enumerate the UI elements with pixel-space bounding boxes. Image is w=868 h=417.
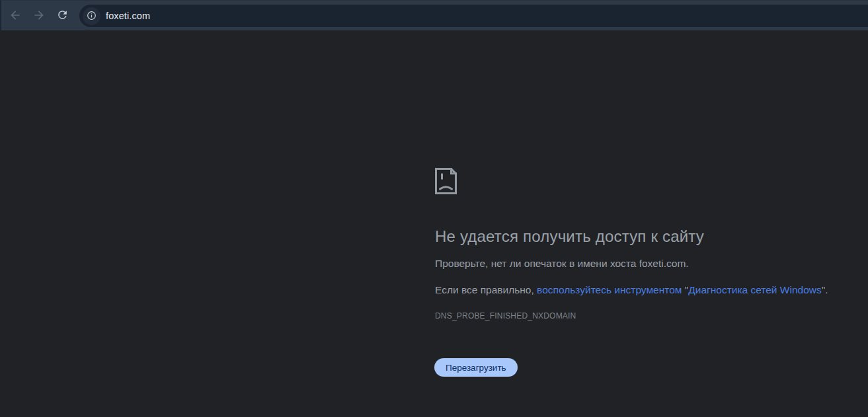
diagnostics-link-part-1[interactable]: воспользуйтесь инструментом [537, 284, 682, 295]
arrow-left-icon [9, 9, 22, 24]
diagnostics-suffix: ". [822, 284, 828, 295]
url-text: foxeti.com [106, 5, 150, 27]
reload-button[interactable] [55, 9, 69, 23]
address-bar[interactable]: foxeti.com [79, 5, 868, 27]
site-info-button[interactable] [83, 7, 100, 25]
sad-file-icon [434, 167, 457, 195]
reload-icon [56, 9, 69, 23]
browser-toolbar: foxeti.com [0, 0, 868, 30]
diagnostics-prefix: Если все правильно, [435, 284, 537, 295]
reload-page-button[interactable]: Перезагрузить [434, 358, 518, 377]
error-title: Не удается получить доступ к сайту [435, 227, 704, 246]
forward-button[interactable] [32, 9, 46, 23]
diagnostics-link-part-2[interactable]: Диагностика сетей Windows [688, 284, 821, 295]
error-code: DNS_PROBE_FINISHED_NXDOMAIN [435, 311, 576, 321]
error-page: Не удается получить доступ к сайту Прове… [0, 30, 868, 417]
back-button[interactable] [8, 9, 22, 23]
error-diagnostics-text: Если все правильно, воспользуйтесь инстр… [435, 284, 828, 296]
arrow-right-icon [32, 9, 46, 24]
diagnostics-quote-open: " [682, 284, 688, 295]
error-check-typo-text: Проверьте, нет ли опечаток в имени хоста… [435, 258, 689, 270]
info-icon [86, 10, 97, 23]
